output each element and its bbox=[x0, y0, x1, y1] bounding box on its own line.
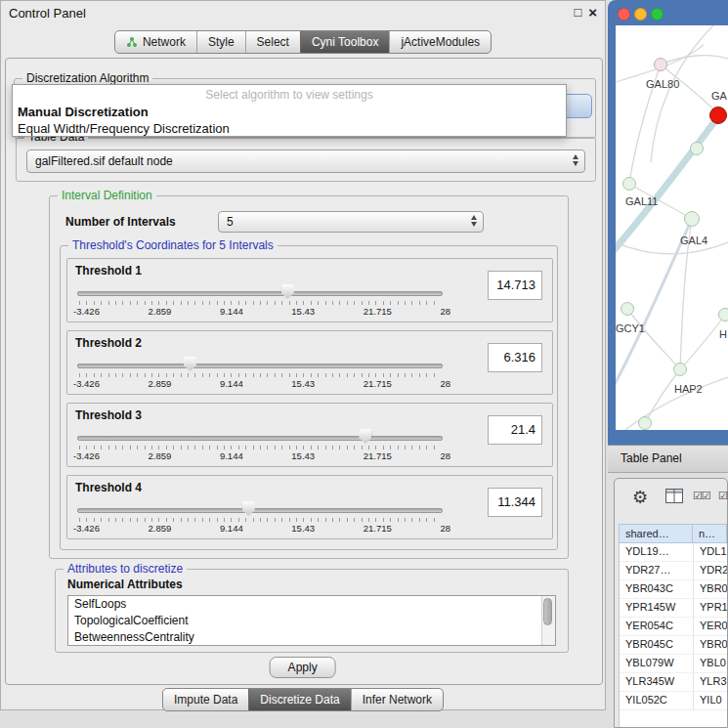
threshold-slider[interactable]: -3.4262.8599.14415.4321.71528 bbox=[77, 357, 443, 390]
slider-thumb[interactable] bbox=[359, 429, 371, 444]
list-item[interactable]: SelfLoops bbox=[68, 596, 555, 613]
cell-name[interactable]: YBR0 bbox=[694, 580, 727, 598]
slider-scale: -3.4262.8599.14415.4321.71528 bbox=[73, 306, 450, 317]
network-node[interactable] bbox=[654, 58, 667, 71]
slider-thumb[interactable] bbox=[184, 357, 196, 371]
network-node[interactable] bbox=[621, 302, 634, 316]
table-data-combo[interactable]: galFiltered.sif default node bbox=[26, 150, 585, 173]
threshold-value[interactable]: 21.4 bbox=[488, 415, 542, 445]
table-row[interactable]: YBL079WYBL0 bbox=[620, 655, 727, 673]
number-of-intervals-combo[interactable]: 5 bbox=[218, 211, 484, 233]
slider-thumb[interactable] bbox=[242, 501, 255, 516]
table-row[interactable]: YIL052CYIL0 bbox=[620, 692, 727, 710]
cell-name[interactable]: YBL0 bbox=[694, 655, 727, 672]
cell-name[interactable]: YDL1 bbox=[694, 543, 727, 561]
dropdown-option-manual-discretization[interactable]: Manual Discretization bbox=[13, 104, 566, 120]
cell-shared-name[interactable]: YER054C bbox=[620, 618, 694, 635]
tab-discretize-data[interactable]: Discretize Data bbox=[248, 689, 350, 710]
list-scrollbar[interactable] bbox=[541, 596, 555, 645]
group-title: Threshold's Coordinates for 5 Intervals bbox=[68, 238, 278, 252]
network-node[interactable] bbox=[638, 416, 652, 430]
control-panel-titlebar: Control Panel □ × bbox=[1, 1, 605, 26]
close-traffic-light-icon[interactable] bbox=[618, 8, 630, 21]
top-tab-bar: Network Style Select Cyni Toolbox jActiv… bbox=[1, 30, 605, 54]
tab-jactivemodules[interactable]: jActiveModules bbox=[389, 31, 491, 53]
network-node[interactable] bbox=[673, 363, 687, 376]
slider-track[interactable] bbox=[77, 291, 443, 296]
float-window-icon[interactable]: □ bbox=[574, 4, 581, 21]
slider-thumb[interactable] bbox=[281, 284, 294, 299]
column-header-shared-name[interactable]: shared… bbox=[619, 524, 693, 543]
tab-infer-network[interactable]: Infer Network bbox=[351, 689, 443, 710]
slider-ticks bbox=[79, 301, 441, 305]
cell-shared-name[interactable]: YIL052C bbox=[620, 692, 694, 709]
slider-track[interactable] bbox=[77, 364, 443, 368]
attributes-group: Attributes to discretize Numerical Attri… bbox=[55, 569, 569, 653]
network-canvas[interactable]: GAL80GAGAL11GAL4GCY1HHAP2 bbox=[616, 25, 728, 430]
slider-track[interactable] bbox=[77, 508, 443, 513]
dropdown-option-equal-width[interactable]: Equal Width/Frequency Discretization bbox=[13, 120, 566, 137]
zoom-traffic-light-icon[interactable] bbox=[651, 8, 664, 21]
minimize-traffic-light-icon[interactable] bbox=[634, 8, 647, 21]
threshold-slider[interactable]: -3.4262.8599.14415.4321.71528 bbox=[77, 429, 443, 462]
threshold-value[interactable]: 6.316 bbox=[488, 343, 542, 372]
cyni-toolbox-panel: Discretization Algorithm Select algorith… bbox=[5, 58, 603, 685]
cell-shared-name[interactable]: YBL079W bbox=[620, 655, 694, 672]
chevron-up-icon bbox=[471, 215, 477, 220]
network-node[interactable] bbox=[709, 107, 727, 124]
column-header-name[interactable]: n… bbox=[693, 524, 727, 543]
scale-label: 21.715 bbox=[364, 306, 392, 317]
scale-label: 28 bbox=[440, 450, 450, 461]
table-row[interactable]: YBR045CYBR0 bbox=[620, 636, 727, 655]
cell-shared-name[interactable]: YDL19… bbox=[620, 543, 694, 561]
tab-network[interactable]: Network bbox=[115, 31, 196, 53]
network-node[interactable] bbox=[622, 177, 636, 191]
cell-name[interactable]: YER0 bbox=[694, 618, 727, 635]
columns-icon[interactable] bbox=[665, 489, 683, 507]
table-row[interactable]: YBR043CYBR0 bbox=[620, 580, 727, 599]
cell-name[interactable]: YDR2 bbox=[694, 562, 727, 579]
threshold-value[interactable]: 14.713 bbox=[488, 271, 542, 300]
table-row[interactable]: YDR27…YDR2 bbox=[620, 562, 727, 580]
cell-shared-name[interactable]: YBR045C bbox=[620, 636, 694, 654]
numerical-attributes-list[interactable]: SelfLoopsTopologicalCoefficientBetweenne… bbox=[67, 595, 556, 646]
tab-select[interactable]: Select bbox=[245, 31, 300, 53]
algorithm-combo-fragment[interactable] bbox=[563, 94, 592, 118]
threshold-slider[interactable]: -3.4262.8599.14415.4321.71528 bbox=[77, 284, 443, 318]
cell-shared-name[interactable]: YPR145W bbox=[620, 599, 694, 617]
cell-name[interactable]: YPR1 bbox=[694, 599, 727, 617]
scale-label: -3.426 bbox=[73, 523, 100, 534]
table-row[interactable]: YPR145WYPR1 bbox=[620, 599, 727, 618]
apply-button[interactable]: Apply bbox=[270, 657, 336, 678]
table-row[interactable]: YDL19…YDL1 bbox=[620, 543, 727, 562]
group-title: Discretization Algorithm bbox=[22, 71, 152, 85]
cell-shared-name[interactable]: YBR043C bbox=[620, 580, 694, 598]
close-icon[interactable]: × bbox=[588, 4, 597, 21]
list-item[interactable]: BetweennessCentrality bbox=[68, 629, 555, 646]
node-label: GAL80 bbox=[646, 78, 679, 90]
network-node[interactable] bbox=[684, 211, 700, 227]
gear-icon[interactable]: ⚙ bbox=[632, 487, 648, 508]
cell-shared-name[interactable]: YLR345W bbox=[620, 673, 694, 691]
scale-label: 9.144 bbox=[220, 450, 243, 461]
checkbox-pair-icon[interactable]: ☑☑ bbox=[718, 490, 728, 502]
cell-shared-name[interactable]: YDR27… bbox=[620, 562, 694, 579]
cell-name[interactable]: YIL0 bbox=[694, 692, 727, 709]
network-node[interactable] bbox=[690, 142, 704, 155]
scrollbar-thumb[interactable] bbox=[543, 598, 552, 625]
checkbox-pair-icon[interactable]: ☑☑ bbox=[693, 490, 710, 502]
network-node[interactable] bbox=[718, 308, 728, 321]
table-row[interactable]: YLR345WYLR3 bbox=[620, 673, 727, 692]
slider-track[interactable] bbox=[77, 436, 443, 441]
scale-label: 15.43 bbox=[291, 450, 315, 461]
threshold-value[interactable]: 11.344 bbox=[488, 488, 542, 517]
tab-impute-data[interactable]: Impute Data bbox=[163, 689, 248, 710]
cell-name[interactable]: YLR3 bbox=[694, 673, 727, 691]
cell-name[interactable]: YBR0 bbox=[694, 636, 727, 654]
threshold-label: Threshold 3 bbox=[75, 408, 142, 422]
list-item[interactable]: TopologicalCoefficient bbox=[68, 613, 555, 629]
threshold-slider[interactable]: -3.4262.8599.14415.4321.71528 bbox=[77, 501, 443, 535]
tab-style[interactable]: Style bbox=[196, 31, 245, 53]
tab-cyni-toolbox[interactable]: Cyni Toolbox bbox=[300, 31, 389, 53]
table-row[interactable]: YER054CYER0 bbox=[620, 618, 727, 636]
